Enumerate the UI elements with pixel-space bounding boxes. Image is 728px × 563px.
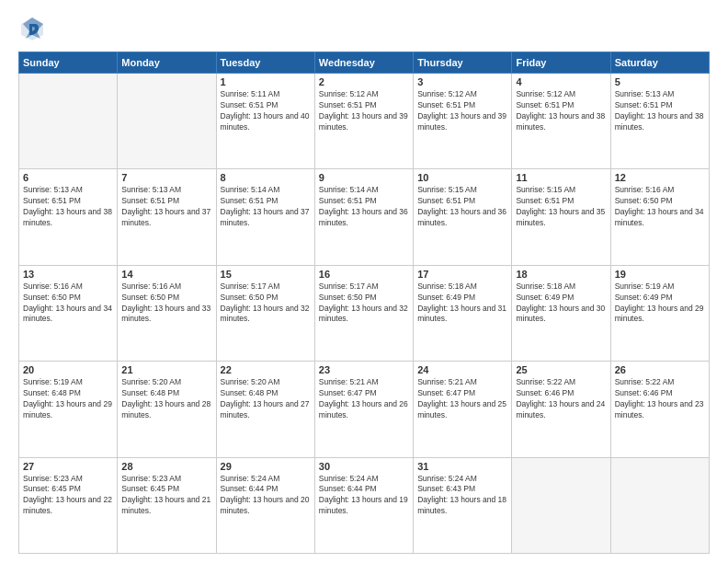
logo-icon (18, 15, 46, 42)
day-number: 1 (221, 76, 311, 87)
calendar-cell: 26 Sunrise: 5:22 AM Sunset: 6:46 PM Dayl… (610, 362, 709, 457)
cell-info: Sunrise: 5:23 AM Sunset: 6:45 PM Dayligh… (23, 474, 113, 518)
calendar-cell: 3 Sunrise: 5:12 AM Sunset: 6:51 PM Dayli… (414, 74, 512, 169)
day-number: 12 (615, 172, 705, 183)
calendar-table: SundayMondayTuesdayWednesdayThursdayFrid… (18, 52, 710, 554)
calendar-cell: 27 Sunrise: 5:23 AM Sunset: 6:45 PM Dayl… (19, 457, 118, 553)
cell-info: Sunrise: 5:23 AM Sunset: 6:45 PM Dayligh… (121, 474, 211, 518)
weekday-header-sunday: Sunday (19, 52, 118, 74)
cell-info: Sunrise: 5:12 AM Sunset: 6:51 PM Dayligh… (417, 89, 507, 133)
calendar-cell: 13 Sunrise: 5:16 AM Sunset: 6:50 PM Dayl… (19, 265, 118, 361)
calendar-cell: 6 Sunrise: 5:13 AM Sunset: 6:51 PM Dayli… (19, 169, 118, 265)
cell-info: Sunrise: 5:22 AM Sunset: 6:46 PM Dayligh… (615, 377, 705, 421)
cell-info: Sunrise: 5:16 AM Sunset: 6:50 PM Dayligh… (121, 282, 211, 326)
calendar-cell: 16 Sunrise: 5:17 AM Sunset: 6:50 PM Dayl… (314, 265, 413, 361)
day-number: 26 (615, 364, 705, 375)
cell-info: Sunrise: 5:21 AM Sunset: 6:47 PM Dayligh… (417, 377, 507, 421)
calendar-cell: 23 Sunrise: 5:21 AM Sunset: 6:47 PM Dayl… (314, 362, 413, 457)
calendar-cell (19, 74, 118, 169)
calendar-cell: 28 Sunrise: 5:23 AM Sunset: 6:45 PM Dayl… (118, 457, 216, 553)
calendar-cell: 7 Sunrise: 5:13 AM Sunset: 6:51 PM Dayli… (118, 169, 216, 265)
calendar-cell: 12 Sunrise: 5:16 AM Sunset: 6:50 PM Dayl… (610, 169, 709, 265)
weekday-header-monday: Monday (118, 52, 216, 74)
day-number: 16 (319, 269, 409, 280)
weekday-header-saturday: Saturday (610, 52, 709, 74)
calendar-cell: 2 Sunrise: 5:12 AM Sunset: 6:51 PM Dayli… (314, 74, 413, 169)
calendar-cell: 14 Sunrise: 5:16 AM Sunset: 6:50 PM Dayl… (118, 265, 216, 361)
cell-info: Sunrise: 5:13 AM Sunset: 6:51 PM Dayligh… (615, 89, 705, 133)
calendar-cell: 25 Sunrise: 5:22 AM Sunset: 6:46 PM Dayl… (512, 362, 610, 457)
cell-info: Sunrise: 5:19 AM Sunset: 6:48 PM Dayligh… (23, 377, 113, 421)
weekday-header-friday: Friday (512, 52, 610, 74)
day-number: 29 (221, 461, 311, 472)
cell-info: Sunrise: 5:20 AM Sunset: 6:48 PM Dayligh… (121, 377, 211, 421)
calendar-cell: 17 Sunrise: 5:18 AM Sunset: 6:49 PM Dayl… (414, 265, 512, 361)
calendar-cell: 22 Sunrise: 5:20 AM Sunset: 6:48 PM Dayl… (216, 362, 314, 457)
day-number: 23 (319, 364, 409, 375)
calendar-cell: 24 Sunrise: 5:21 AM Sunset: 6:47 PM Dayl… (414, 362, 512, 457)
day-number: 5 (615, 76, 705, 87)
day-number: 4 (516, 76, 606, 87)
cell-info: Sunrise: 5:16 AM Sunset: 6:50 PM Dayligh… (23, 282, 113, 326)
cell-info: Sunrise: 5:18 AM Sunset: 6:49 PM Dayligh… (417, 282, 507, 326)
cell-info: Sunrise: 5:16 AM Sunset: 6:50 PM Dayligh… (615, 185, 705, 229)
cell-info: Sunrise: 5:22 AM Sunset: 6:46 PM Dayligh… (516, 377, 606, 421)
calendar-cell: 20 Sunrise: 5:19 AM Sunset: 6:48 PM Dayl… (19, 362, 118, 457)
day-number: 30 (319, 461, 409, 472)
day-number: 22 (221, 364, 311, 375)
day-number: 17 (417, 269, 507, 280)
day-number: 13 (23, 269, 113, 280)
calendar-cell: 1 Sunrise: 5:11 AM Sunset: 6:51 PM Dayli… (216, 74, 314, 169)
calendar-cell (610, 457, 709, 553)
cell-info: Sunrise: 5:17 AM Sunset: 6:50 PM Dayligh… (319, 282, 409, 326)
cell-info: Sunrise: 5:12 AM Sunset: 6:51 PM Dayligh… (516, 89, 606, 133)
svg-rect-2 (29, 24, 32, 35)
calendar-cell: 18 Sunrise: 5:18 AM Sunset: 6:49 PM Dayl… (512, 265, 610, 361)
cell-info: Sunrise: 5:14 AM Sunset: 6:51 PM Dayligh… (319, 185, 409, 229)
cell-info: Sunrise: 5:21 AM Sunset: 6:47 PM Dayligh… (319, 377, 409, 421)
cell-info: Sunrise: 5:15 AM Sunset: 6:51 PM Dayligh… (417, 185, 507, 229)
day-number: 24 (417, 364, 507, 375)
day-number: 21 (121, 364, 211, 375)
calendar-cell: 21 Sunrise: 5:20 AM Sunset: 6:48 PM Dayl… (118, 362, 216, 457)
day-number: 14 (121, 269, 211, 280)
calendar-cell: 19 Sunrise: 5:19 AM Sunset: 6:49 PM Dayl… (610, 265, 709, 361)
day-number: 3 (417, 76, 507, 87)
cell-info: Sunrise: 5:24 AM Sunset: 6:44 PM Dayligh… (221, 474, 311, 518)
week-row-1: 6 Sunrise: 5:13 AM Sunset: 6:51 PM Dayli… (19, 169, 710, 265)
page: SundayMondayTuesdayWednesdayThursdayFrid… (0, 0, 728, 563)
cell-info: Sunrise: 5:24 AM Sunset: 6:44 PM Dayligh… (319, 474, 409, 518)
calendar-cell (512, 457, 610, 553)
day-number: 9 (319, 172, 409, 183)
calendar-cell: 15 Sunrise: 5:17 AM Sunset: 6:50 PM Dayl… (216, 265, 314, 361)
day-number: 28 (121, 461, 211, 472)
day-number: 19 (615, 269, 705, 280)
day-number: 7 (121, 172, 211, 183)
cell-info: Sunrise: 5:12 AM Sunset: 6:51 PM Dayligh… (319, 89, 409, 133)
logo (18, 15, 50, 42)
week-row-3: 20 Sunrise: 5:19 AM Sunset: 6:48 PM Dayl… (19, 362, 710, 457)
day-number: 31 (417, 461, 507, 472)
cell-info: Sunrise: 5:17 AM Sunset: 6:50 PM Dayligh… (221, 282, 311, 326)
calendar-cell: 8 Sunrise: 5:14 AM Sunset: 6:51 PM Dayli… (216, 169, 314, 265)
day-number: 2 (319, 76, 409, 87)
week-row-2: 13 Sunrise: 5:16 AM Sunset: 6:50 PM Dayl… (19, 265, 710, 361)
calendar-cell: 31 Sunrise: 5:24 AM Sunset: 6:43 PM Dayl… (414, 457, 512, 553)
weekday-header-row: SundayMondayTuesdayWednesdayThursdayFrid… (19, 52, 710, 74)
day-number: 8 (221, 172, 311, 183)
day-number: 10 (417, 172, 507, 183)
calendar-cell: 30 Sunrise: 5:24 AM Sunset: 6:44 PM Dayl… (314, 457, 413, 553)
weekday-header-tuesday: Tuesday (216, 52, 314, 74)
calendar-cell: 11 Sunrise: 5:15 AM Sunset: 6:51 PM Dayl… (512, 169, 610, 265)
header (18, 15, 710, 42)
day-number: 6 (23, 172, 113, 183)
day-number: 15 (221, 269, 311, 280)
weekday-header-thursday: Thursday (414, 52, 512, 74)
day-number: 25 (516, 364, 606, 375)
cell-info: Sunrise: 5:13 AM Sunset: 6:51 PM Dayligh… (23, 185, 113, 229)
cell-info: Sunrise: 5:15 AM Sunset: 6:51 PM Dayligh… (516, 185, 606, 229)
cell-info: Sunrise: 5:20 AM Sunset: 6:48 PM Dayligh… (221, 377, 311, 421)
cell-info: Sunrise: 5:18 AM Sunset: 6:49 PM Dayligh… (516, 282, 606, 326)
week-row-0: 1 Sunrise: 5:11 AM Sunset: 6:51 PM Dayli… (19, 74, 710, 169)
cell-info: Sunrise: 5:13 AM Sunset: 6:51 PM Dayligh… (121, 185, 211, 229)
